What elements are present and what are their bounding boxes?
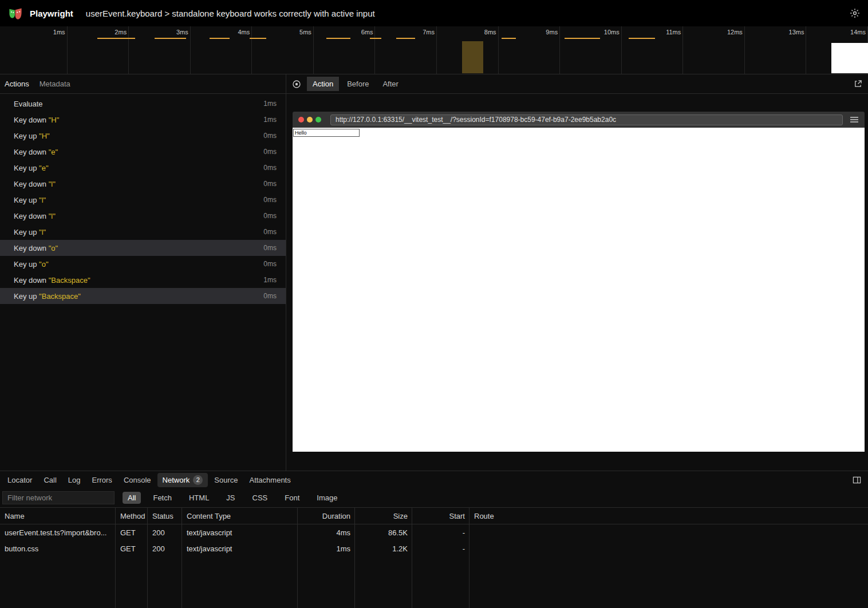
timeline-tick-label: 11ms <box>666 29 681 35</box>
action-label: Key up <box>14 228 37 236</box>
snapshot-viewport: http://127.0.0.1:63315/__vitest_test__/?… <box>286 94 868 471</box>
details-panel: LocatorCallLogErrorsConsoleNetwork2Sourc… <box>0 471 868 608</box>
timeline-tick-label: 14ms <box>850 29 866 35</box>
action-row[interactable]: Key up "H"0ms <box>0 128 286 144</box>
action-key: "l" <box>37 196 46 204</box>
column-header-status[interactable]: Status <box>148 512 182 520</box>
column-header-start[interactable]: Start <box>412 512 469 520</box>
column-header-size[interactable]: Size <box>355 512 412 520</box>
minimize-dot-icon <box>307 117 313 123</box>
filter-chip-html[interactable]: HTML <box>184 492 214 504</box>
action-key: "o" <box>46 244 58 252</box>
timeline[interactable]: 1ms2ms3ms4ms5ms6ms7ms8ms9ms10ms11ms12ms1… <box>0 26 868 74</box>
settings-gear-icon[interactable] <box>850 8 860 18</box>
timeline-tick-label: 2ms <box>115 29 127 35</box>
hello-text-input[interactable] <box>293 129 360 137</box>
action-row[interactable]: Key down "H"1ms <box>0 112 286 128</box>
timeline-cell: 5ms <box>252 26 314 74</box>
timeline-cell: 7ms <box>375 26 437 74</box>
timeline-cell: 9ms <box>499 26 561 74</box>
action-label: Key down <box>14 212 46 220</box>
action-row[interactable]: Key up "Backspace"0ms <box>0 288 286 304</box>
filter-chip-fetch[interactable]: Fetch <box>148 492 177 504</box>
timeline-tick-label: 5ms <box>299 29 311 35</box>
tab-metadata[interactable]: Metadata <box>40 80 70 88</box>
column-header-route[interactable]: Route <box>469 512 868 520</box>
bottom-tab-network[interactable]: Network2 <box>157 473 208 487</box>
bottom-tab-errors[interactable]: Errors <box>86 473 117 487</box>
maximize-dot-icon <box>315 117 321 123</box>
action-duration: 0ms <box>263 228 277 236</box>
network-cell: GET <box>116 544 148 553</box>
tab-before[interactable]: Before <box>341 77 374 91</box>
action-row[interactable]: Key up "e"0ms <box>0 160 286 176</box>
column-header-duration[interactable]: Duration <box>298 512 355 520</box>
tab-actions[interactable]: Actions <box>5 80 29 88</box>
filter-chip-js[interactable]: JS <box>221 492 240 504</box>
action-title: Key down "Backspace" <box>14 276 263 285</box>
network-cell: 200 <box>148 544 182 553</box>
action-row[interactable]: Key up "l"0ms <box>0 224 286 240</box>
bottom-tab-locator[interactable]: Locator <box>2 473 37 487</box>
filter-chip-css[interactable]: CSS <box>247 492 273 504</box>
bottom-tab-label: Attachments <box>249 476 290 484</box>
filter-chip-font[interactable]: Font <box>279 492 305 504</box>
bottom-tab-label: Log <box>68 476 81 484</box>
action-label: Key down <box>14 148 46 156</box>
timeline-selection-range[interactable] <box>462 41 483 73</box>
action-row[interactable]: Evaluate1ms <box>0 96 286 112</box>
action-duration: 0ms <box>263 292 277 300</box>
action-title: Key down "H" <box>14 116 263 124</box>
timeline-cell: 2ms <box>68 26 129 74</box>
tab-after[interactable]: After <box>377 77 404 91</box>
action-row[interactable]: Key up "o"0ms <box>0 256 286 272</box>
tab-action[interactable]: Action <box>307 77 339 91</box>
network-request-row[interactable]: userEvent.test.ts?import&bro...GET200tex… <box>0 524 868 540</box>
filter-chip-image[interactable]: Image <box>311 492 342 504</box>
column-header-name[interactable]: Name <box>0 512 116 520</box>
bottom-tab-attachments[interactable]: Attachments <box>244 473 295 487</box>
action-label: Key down <box>14 276 46 285</box>
bottom-tab-log[interactable]: Log <box>63 473 86 487</box>
network-cell: 1.2K <box>355 544 412 553</box>
action-title: Key down "l" <box>14 212 263 220</box>
bottom-tab-call[interactable]: Call <box>38 473 61 487</box>
action-row[interactable]: Key down "o"0ms <box>0 240 286 256</box>
action-label: Evaluate <box>14 100 43 108</box>
network-cell: 200 <box>148 528 182 537</box>
action-duration: 0ms <box>263 132 277 140</box>
bottom-tab-console[interactable]: Console <box>119 473 156 487</box>
network-request-row[interactable]: button.cssGET200text/javascript1ms1.2K- <box>0 540 868 556</box>
bottom-tab-label: Errors <box>92 476 112 484</box>
column-header-content-type[interactable]: Content Type <box>182 512 298 520</box>
network-cell: userEvent.test.ts?import&bro... <box>0 528 116 537</box>
timeline-cell: 4ms <box>191 26 252 74</box>
action-row[interactable]: Key down "Backspace"1ms <box>0 272 286 288</box>
network-toolbar: AllFetchHTMLJSCSSFontImage <box>0 488 868 507</box>
network-cell: GET <box>116 528 148 537</box>
action-row[interactable]: Key up "l"0ms <box>0 192 286 208</box>
action-label: Key down <box>14 116 46 124</box>
action-key: "o" <box>37 260 48 269</box>
column-header-method[interactable]: Method <box>116 512 148 520</box>
action-title: Key up "o" <box>14 260 263 269</box>
action-key: "H" <box>37 132 49 140</box>
panel-layout-toggle-icon[interactable] <box>853 476 861 484</box>
action-duration: 0ms <box>263 260 277 268</box>
close-dot-icon <box>298 117 304 123</box>
filter-chip-all[interactable]: All <box>123 492 141 504</box>
network-filter-input[interactable] <box>2 491 115 504</box>
action-row[interactable]: Key down "e"0ms <box>0 144 286 160</box>
pick-locator-icon[interactable] <box>292 80 301 89</box>
snapshot-tab-bar: Action Before After <box>286 74 868 94</box>
action-row[interactable]: Key down "l"0ms <box>0 208 286 224</box>
network-cell: 86.5K <box>355 528 412 537</box>
action-title: Key down "l" <box>14 180 263 188</box>
network-count-badge: 2 <box>193 475 203 485</box>
bottom-tab-source[interactable]: Source <box>209 473 243 487</box>
open-snapshot-external-icon[interactable] <box>854 80 862 88</box>
top-bar: Playwright userEvent.keyboard > standalo… <box>0 0 868 26</box>
action-row[interactable]: Key down "l"0ms <box>0 176 286 192</box>
app-title: Playwright <box>30 9 73 18</box>
action-duration: 0ms <box>263 148 277 156</box>
